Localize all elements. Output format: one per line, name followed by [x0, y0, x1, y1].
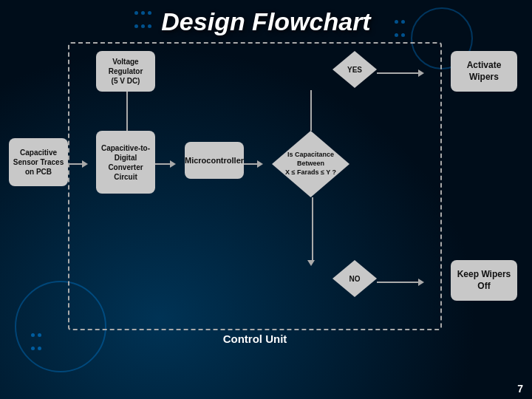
node-activate-wipers: ActivateWipers — [451, 51, 517, 92]
arrow-yes-to-activate — [377, 69, 424, 77]
arrow-vr-to-cdc — [125, 92, 129, 137]
page-number: 7 — [517, 383, 523, 395]
node-cdc: Capacitive-to-DigitalConverterCircuit — [96, 131, 155, 194]
page-content: Design Flowchart Control Unit Voltage Re… — [0, 0, 532, 399]
arrow-decision-to-no — [310, 197, 315, 266]
arrow-mcu-to-decision — [244, 160, 263, 168]
node-keep-wipers-off: Keep WipersOff — [451, 260, 517, 301]
arrow-cdc-to-mcu — [155, 160, 176, 168]
page-title: Design Flowchart — [7, 7, 525, 36]
arrow-no-to-keep-off — [377, 279, 424, 286]
node-voltage-regulator: Voltage Regulator(5 V DC) — [96, 51, 155, 92]
arrow-decision-to-yes — [310, 90, 312, 131]
node-microcontroller: Microcontroller — [185, 142, 244, 179]
flowchart-area: Control Unit Voltage Regulator(5 V DC) C… — [7, 42, 525, 360]
node-capacitive-sensor: CapacitiveSensor Traceson PCB — [9, 138, 68, 186]
arrow-cst-to-cdc — [69, 160, 88, 168]
control-unit-label: Control Unit — [223, 332, 287, 345]
